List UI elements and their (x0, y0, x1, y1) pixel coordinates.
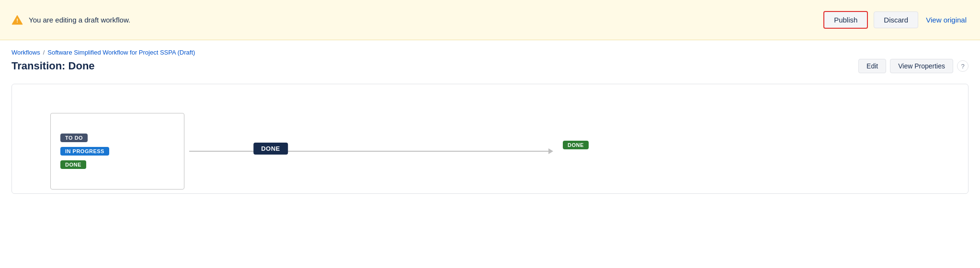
warning-icon: ! (11, 14, 23, 26)
breadcrumb-workflows[interactable]: Workflows (11, 49, 40, 56)
workflow-diagram: TO DO IN PROGRESS DONE Done DONE (11, 84, 969, 194)
page-title-row: Transition: Done Edit View Properties ? (11, 59, 969, 73)
view-original-link[interactable]: View original (924, 12, 969, 28)
workflow-nodes: TO DO IN PROGRESS DONE Done DONE (12, 84, 968, 193)
breadcrumb: Workflows / Software Simplified Workflow… (11, 49, 969, 56)
breadcrumb-current: Software Simplified Workflow for Project… (47, 49, 195, 56)
transition-name-badge: Done (253, 143, 288, 155)
badge-done-source: DONE (60, 160, 86, 169)
discard-button[interactable]: Discard (874, 11, 918, 28)
title-actions: Edit View Properties ? (858, 59, 969, 73)
page-title: Transition: Done (11, 60, 95, 72)
badge-inprogress: IN PROGRESS (60, 147, 109, 156)
help-icon[interactable]: ? (957, 60, 969, 72)
page-header: Workflows / Software Simplified Workflow… (0, 40, 980, 78)
banner-text: You are editing a draft workflow. (29, 16, 818, 24)
banner-actions: Publish Discard View original (823, 11, 969, 29)
arrow-track (189, 151, 548, 152)
breadcrumb-separator: / (43, 49, 45, 56)
source-status-box: TO DO IN PROGRESS DONE (50, 113, 184, 190)
arrow-head (548, 148, 553, 154)
transition-arrow (189, 148, 553, 154)
target-status-badge: DONE (563, 141, 589, 149)
transition-label: Done (253, 143, 288, 155)
draft-banner: ! You are editing a draft workflow. Publ… (0, 0, 980, 40)
svg-text:!: ! (16, 18, 18, 23)
publish-button[interactable]: Publish (823, 11, 868, 29)
badge-done-target: DONE (563, 141, 589, 149)
badge-todo: TO DO (60, 134, 88, 142)
edit-button[interactable]: Edit (858, 59, 886, 73)
view-properties-button[interactable]: View Properties (890, 59, 953, 73)
